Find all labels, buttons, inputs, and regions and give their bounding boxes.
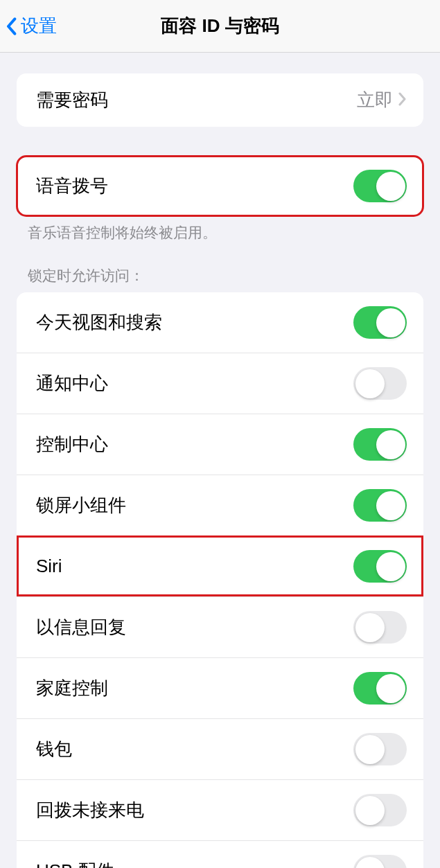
control-center-label: 控制中心 [36,433,108,457]
wallet-label: 钱包 [36,738,72,761]
chevron-right-icon [398,92,407,109]
voice-dial-row: 语音拨号 [17,156,423,216]
notification-center-row: 通知中心 [17,353,423,414]
lock-access-group: 今天视图和搜索 通知中心 控制中心 锁屏小组件 Siri 以信息回复 家庭控制 [17,292,423,868]
reply-message-label: 以信息回复 [36,616,126,639]
require-passcode-row[interactable]: 需要密码 立即 [17,73,423,127]
reply-message-row: 以信息回复 [17,596,423,657]
back-button[interactable]: 设置 [0,14,57,38]
today-view-label: 今天视图和搜索 [36,311,162,335]
lock-widgets-row: 锁屏小组件 [17,475,423,535]
back-label: 设置 [21,14,57,38]
today-view-toggle[interactable] [353,306,407,339]
control-center-row: 控制中心 [17,414,423,475]
usb-row: USB 配件 [17,840,423,868]
callback-label: 回拨未接来电 [36,799,144,822]
callback-row: 回拨未接来电 [17,779,423,840]
wallet-toggle[interactable] [353,733,407,765]
lock-widgets-toggle[interactable] [353,489,407,522]
callback-toggle[interactable] [353,794,407,826]
siri-row: Siri [17,535,423,596]
siri-label: Siri [36,555,62,578]
navigation-bar: 设置 面容 ID 与密码 [0,0,440,53]
page-title: 面容 ID 与密码 [0,14,440,38]
notification-center-label: 通知中心 [36,372,108,396]
require-passcode-value: 立即 [357,88,393,112]
usb-toggle[interactable] [353,855,407,868]
notification-center-toggle[interactable] [353,367,407,400]
voice-dial-group: 语音拨号 [17,156,423,216]
control-center-toggle[interactable] [353,428,407,461]
today-view-row: 今天视图和搜索 [17,292,423,353]
voice-dial-label: 语音拨号 [36,175,108,198]
home-control-label: 家庭控制 [36,677,108,700]
require-passcode-group: 需要密码 立即 [17,73,423,127]
require-passcode-label: 需要密码 [36,89,108,112]
chevron-left-icon [4,15,18,38]
home-control-toggle[interactable] [353,672,407,705]
voice-dial-footer: 音乐语音控制将始终被启用。 [0,216,440,242]
home-control-row: 家庭控制 [17,657,423,718]
lock-access-header: 锁定时允许访问： [0,266,440,292]
siri-toggle[interactable] [353,550,407,583]
voice-dial-toggle[interactable] [353,170,407,202]
wallet-row: 钱包 [17,718,423,779]
usb-label: USB 配件 [36,860,114,868]
lock-widgets-label: 锁屏小组件 [36,494,126,517]
reply-message-toggle[interactable] [353,611,407,644]
